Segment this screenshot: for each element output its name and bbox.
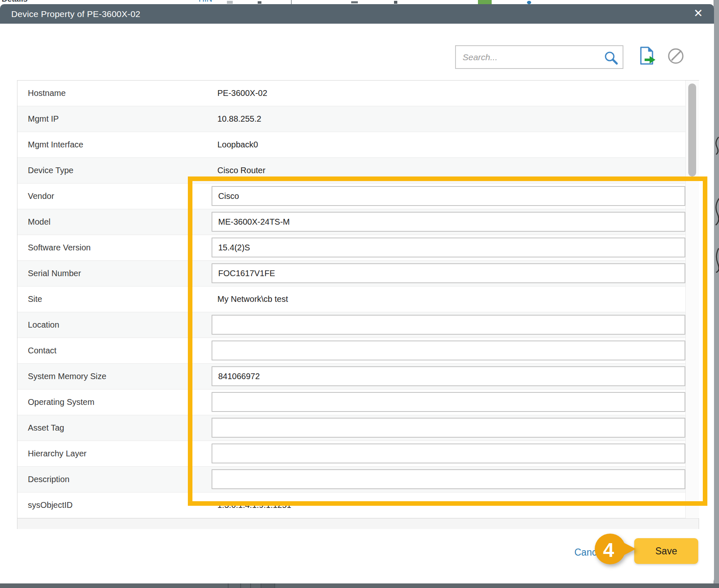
property-value-input[interactable] bbox=[212, 186, 685, 206]
page-fragment-green-square bbox=[478, 0, 492, 4]
property-row: Serial Number bbox=[17, 261, 699, 287]
property-label: System Memory Size bbox=[28, 364, 106, 389]
page-fragment bbox=[250, 583, 251, 588]
property-label: Site bbox=[28, 287, 42, 312]
search-icon[interactable] bbox=[603, 51, 618, 66]
edit-circle-icon[interactable] bbox=[667, 47, 685, 65]
property-row: SiteMy Network\cb test bbox=[17, 287, 699, 312]
property-row: Contact bbox=[17, 338, 699, 364]
page-fragment bbox=[351, 1, 358, 3]
property-row: Asset Tag bbox=[17, 415, 699, 441]
vertical-scrollbar-track[interactable] bbox=[685, 81, 699, 518]
page-fragment bbox=[274, 583, 275, 588]
property-label: Mgmt IP bbox=[28, 106, 59, 132]
property-value-input[interactable] bbox=[212, 341, 685, 360]
property-label: Software Version bbox=[28, 235, 91, 260]
page-fragment bbox=[228, 583, 229, 588]
search-box bbox=[455, 45, 623, 69]
property-row: Operating System bbox=[17, 390, 699, 415]
property-value: PE-3600X-02 bbox=[217, 81, 267, 106]
close-icon[interactable]: ✕ bbox=[691, 4, 706, 24]
dialog-titlebar: Device Property of PE-3600X-02 ✕ bbox=[0, 4, 714, 24]
screenshot-root: Details HIN Device Property of PE-3600X-… bbox=[0, 0, 719, 588]
underlying-page-bottom bbox=[0, 583, 719, 588]
property-label: Mgmt Interface bbox=[28, 132, 83, 157]
property-row: Model bbox=[17, 209, 699, 235]
page-fragment: HIN bbox=[199, 0, 212, 4]
page-fragment bbox=[394, 1, 397, 4]
property-row: System Memory Size bbox=[17, 364, 699, 390]
search-input[interactable] bbox=[462, 47, 601, 68]
property-value-input[interactable] bbox=[212, 392, 685, 412]
property-row: HostnamePE-3600X-02 bbox=[17, 81, 699, 106]
page-fragment bbox=[291, 0, 292, 4]
page-scrollbar-strip[interactable] bbox=[714, 0, 719, 588]
vertical-scrollbar-thumb[interactable] bbox=[688, 83, 696, 176]
property-value-input[interactable] bbox=[212, 263, 685, 283]
property-label: Contact bbox=[28, 338, 57, 363]
property-row: Software Version bbox=[17, 235, 699, 261]
property-value: Cisco Router bbox=[217, 158, 266, 183]
annotation-scribble bbox=[714, 136, 719, 273]
export-report-icon[interactable] bbox=[638, 46, 657, 66]
property-value-input[interactable] bbox=[212, 418, 685, 438]
property-row: Hierarchy Layer bbox=[17, 441, 699, 467]
property-label: Serial Number bbox=[28, 261, 81, 286]
property-value-input[interactable] bbox=[212, 443, 685, 463]
property-value-input[interactable] bbox=[212, 469, 685, 489]
property-value-input[interactable] bbox=[212, 238, 685, 257]
horizontal-scrollbar-track[interactable] bbox=[17, 518, 699, 529]
property-row: Vendor bbox=[17, 184, 699, 209]
page-fragment bbox=[261, 583, 274, 588]
property-label: Asset Tag bbox=[28, 415, 64, 441]
page-fragment-text: Details bbox=[2, 0, 27, 4]
cancel-button[interactable]: Cancel bbox=[574, 547, 604, 558]
property-row: Mgmt InterfaceLoopback0 bbox=[17, 132, 699, 158]
device-property-dialog: Device Property of PE-3600X-02 ✕ Hostnam… bbox=[0, 4, 714, 583]
dialog-title: Device Property of PE-3600X-02 bbox=[11, 4, 140, 24]
property-row: Device TypeCisco Router bbox=[17, 158, 699, 184]
property-row: Mgmt IP10.88.255.2 bbox=[17, 106, 699, 132]
property-row: Description bbox=[17, 467, 699, 492]
property-value-input[interactable] bbox=[212, 212, 685, 232]
property-value: My Network\cb test bbox=[217, 287, 288, 312]
property-label: Operating System bbox=[28, 390, 94, 415]
property-value-input[interactable] bbox=[212, 315, 685, 335]
underlying-page-top: Details HIN bbox=[0, 0, 714, 4]
property-row: Location bbox=[17, 312, 699, 338]
page-fragment bbox=[227, 1, 233, 4]
page-fragment bbox=[240, 583, 241, 588]
property-label: Vendor bbox=[28, 184, 54, 209]
page-fragment-blue-dot bbox=[527, 1, 531, 4]
property-label: Description bbox=[28, 467, 69, 492]
property-value: 1.3.6.1.4.1.9.1.1251 bbox=[217, 492, 291, 518]
property-label: sysObjectID bbox=[28, 492, 73, 518]
page-fragment bbox=[258, 1, 261, 4]
property-label: Model bbox=[28, 209, 50, 235]
property-label: Device Type bbox=[28, 158, 74, 183]
property-label: Location bbox=[28, 312, 59, 338]
property-value: 10.88.255.2 bbox=[217, 106, 261, 132]
page-fragment bbox=[261, 583, 261, 588]
property-value-input[interactable] bbox=[212, 366, 685, 386]
property-value: Loopback0 bbox=[217, 132, 258, 157]
property-label: Hostname bbox=[28, 81, 66, 106]
property-row: sysObjectID1.3.6.1.4.1.9.1.1251 bbox=[17, 492, 699, 518]
property-label: Hierarchy Layer bbox=[28, 441, 86, 466]
save-button[interactable]: Save bbox=[634, 538, 698, 564]
property-table: HostnamePE-3600X-02Mgmt IP10.88.255.2Mgm… bbox=[17, 80, 699, 529]
